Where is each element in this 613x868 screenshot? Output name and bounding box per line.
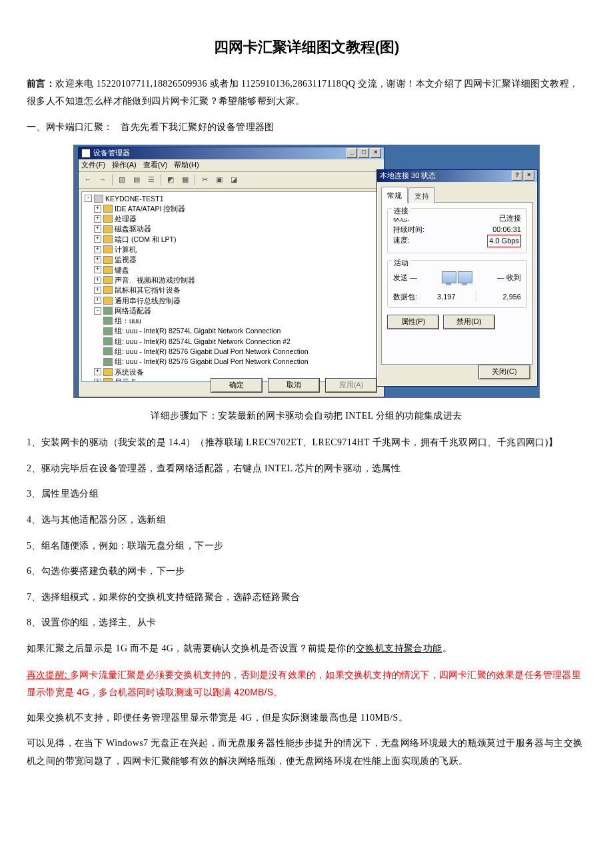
tree-item[interactable]: IDE ATA/ATAPI 控制器: [115, 205, 185, 213]
section-1-label: 一、网卡端口汇聚：: [27, 122, 113, 132]
tab-general[interactable]: 常规: [381, 187, 408, 203]
preface-text: 欢迎来电 15220107711,18826509936 或者加 1125910…: [27, 79, 578, 107]
menu-view[interactable]: 查看(V): [143, 158, 168, 172]
net-icon: [103, 307, 113, 315]
monitor-icon: [458, 271, 472, 283]
expand-icon[interactable]: +: [94, 256, 101, 263]
nic-icon: [103, 337, 113, 345]
screenshot-caption: 详细步骤如下：安装最新的网卡驱动会自动把 INTEL 分组的功能集成进去: [27, 407, 586, 425]
nic-item[interactable]: 组: uuu - Intel(R) 82576 Gigabit Dual Por…: [115, 357, 308, 365]
status-panel: 连接 状态:已连接 持续时间:00:06:31 速度:4.0 Gbps 活动 发…: [381, 202, 533, 365]
expand-icon[interactable]: +: [94, 235, 101, 243]
black-para-1: 如果交换机不支持，即便任务管理器里显示带宽是 4G，但是实际测速最高也是 110…: [27, 709, 586, 727]
tool-8-icon[interactable]: ◪: [227, 173, 241, 187]
tool-2-icon[interactable]: ▤: [130, 173, 143, 187]
menu-file[interactable]: 文件(F): [81, 158, 105, 172]
cat-icon: [103, 266, 113, 274]
tree-item[interactable]: 处理器: [115, 215, 137, 223]
activity-icon: [434, 267, 480, 287]
minimize-button[interactable]: _: [346, 148, 357, 158]
maximize-button[interactable]: □: [358, 148, 369, 158]
tool-3-icon[interactable]: ☰: [145, 173, 158, 187]
packets-sent: 3,197: [437, 291, 456, 303]
conn-group-title: 连接: [392, 204, 410, 218]
expand-icon[interactable]: +: [94, 215, 101, 223]
tab-support[interactable]: 支持: [408, 187, 435, 204]
tree-item[interactable]: 系统设备: [115, 368, 144, 376]
tree-item[interactable]: 磁盘驱动器: [115, 225, 151, 233]
cat-icon: [103, 215, 113, 223]
screenshot: 设备管理器 _ □ × 文件(F) 操作(A) 查看(V) 帮助(H) ←: [73, 145, 540, 398]
nic-icon: [103, 327, 113, 335]
tool-back-icon[interactable]: ←: [81, 173, 95, 187]
devmgr-toolbar: ← → ▧ ▤ ☰ ◩ ▦ ✂ ▣ ◪: [79, 172, 384, 189]
nic-item[interactable]: 组: uuu - Intel(R) 82576 Gigabit Dual Por…: [115, 347, 308, 355]
step-8: 8、设置你的组，选择主、从卡: [27, 614, 586, 632]
properties-button[interactable]: 属性(P): [387, 315, 439, 329]
expand-icon[interactable]: +: [94, 297, 101, 304]
help-button[interactable]: ?: [512, 171, 522, 181]
ok-button[interactable]: 确定: [211, 378, 263, 393]
nic-item[interactable]: 组: uuu - Intel(R) 82574L Gigabit Network…: [115, 337, 291, 345]
step-6: 6、勾选你要搭建负载的网卡，下一步: [27, 563, 586, 581]
tree-item[interactable]: 鼠标和其它指针设备: [115, 286, 181, 294]
nic-icon: [103, 347, 113, 355]
tool-4-icon[interactable]: ◩: [164, 173, 177, 187]
apply-button[interactable]: 应用(A): [325, 378, 377, 393]
nic-item[interactable]: 组：uuu: [115, 317, 141, 325]
cat-icon: [103, 286, 113, 294]
expand-icon[interactable]: +: [94, 205, 101, 213]
cat-icon: [103, 378, 113, 381]
tree-item[interactable]: 显示卡: [115, 378, 137, 382]
conn-v-0: 已连接: [499, 213, 521, 224]
close-dialog-button[interactable]: 关闭(C): [478, 365, 530, 379]
tree-item[interactable]: 键盘: [115, 266, 129, 274]
tree-item[interactable]: 计算机: [115, 245, 137, 253]
expand-icon[interactable]: +: [94, 368, 101, 375]
disable-button[interactable]: 禁用(D): [443, 315, 495, 329]
tree-item-net[interactable]: 网络适配器: [115, 307, 151, 315]
act-recv-label: — 收到: [497, 271, 521, 285]
expand-icon[interactable]: +: [94, 287, 101, 294]
expand-icon[interactable]: +: [94, 246, 101, 253]
step-7: 7、选择组模式，如果你的交换机支持链路聚合，选静态链路聚合: [27, 589, 586, 607]
collapse-icon[interactable]: -: [94, 307, 101, 315]
expand-icon[interactable]: -: [85, 195, 92, 202]
tool-1-icon[interactable]: ▧: [115, 173, 129, 187]
tree-item[interactable]: 端口 (COM 和 LPT): [115, 235, 177, 243]
tree-root[interactable]: KEYDONE-TEST1: [105, 195, 164, 203]
cat-icon: [103, 245, 113, 253]
tree-item[interactable]: 监视器: [115, 255, 137, 263]
devmgr-icon: [81, 149, 91, 158]
device-tree[interactable]: -KEYDONE-TEST1 +IDE ATA/ATAPI 控制器 +处理器 +…: [81, 191, 381, 382]
act-send-label: 发送 —: [393, 271, 417, 285]
menu-action[interactable]: 操作(A): [112, 158, 137, 172]
menu-help[interactable]: 帮助(H): [174, 158, 199, 172]
cat-icon: [103, 256, 113, 264]
cancel-button[interactable]: 取消: [268, 378, 320, 393]
expand-icon[interactable]: +: [94, 379, 101, 382]
tool-6-icon[interactable]: ✂: [198, 173, 211, 187]
expand-icon[interactable]: +: [94, 266, 101, 273]
close-button[interactable]: ×: [370, 148, 381, 158]
tool-7-icon[interactable]: ▣: [213, 173, 226, 187]
cat-icon: [103, 368, 113, 376]
step-4: 4、选与其他适配器分区，选新组: [27, 511, 586, 529]
conn-k-2: 速度:: [393, 235, 410, 247]
expand-icon[interactable]: +: [94, 225, 101, 233]
red-reminder: 再次提醒: 多网卡流量汇聚是必须要交换机支持的，否则是没有效果的，如果交换机支持…: [27, 666, 586, 701]
expand-icon[interactable]: +: [94, 277, 101, 284]
nic-item[interactable]: 组: uuu - Intel(R) 82574L Gigabit Network…: [115, 327, 281, 335]
section-1-lead: 首先先看下我汇聚好的设备管理器图: [121, 122, 274, 132]
red-reminder-body: 多网卡流量汇聚是必须要交换机支持的，否则是没有效果的，如果交换机支持的情况下，四…: [27, 669, 581, 698]
close-button[interactable]: ×: [524, 171, 534, 181]
tree-item[interactable]: 通用串行总线控制器: [115, 297, 181, 305]
tool-5-icon[interactable]: ▦: [179, 173, 192, 187]
monitor-icon: [442, 271, 456, 283]
cat-icon: [103, 276, 113, 284]
conn-v-1: 00:06:31: [492, 224, 521, 235]
devmgr-titlebar: 设备管理器 _ □ ×: [79, 147, 384, 159]
tool-fwd-icon[interactable]: →: [96, 173, 109, 187]
tree-item[interactable]: 声音、视频和游戏控制器: [115, 276, 195, 284]
act-group: 活动 发送 — — 收到 数据包: 3,197: [387, 260, 527, 309]
